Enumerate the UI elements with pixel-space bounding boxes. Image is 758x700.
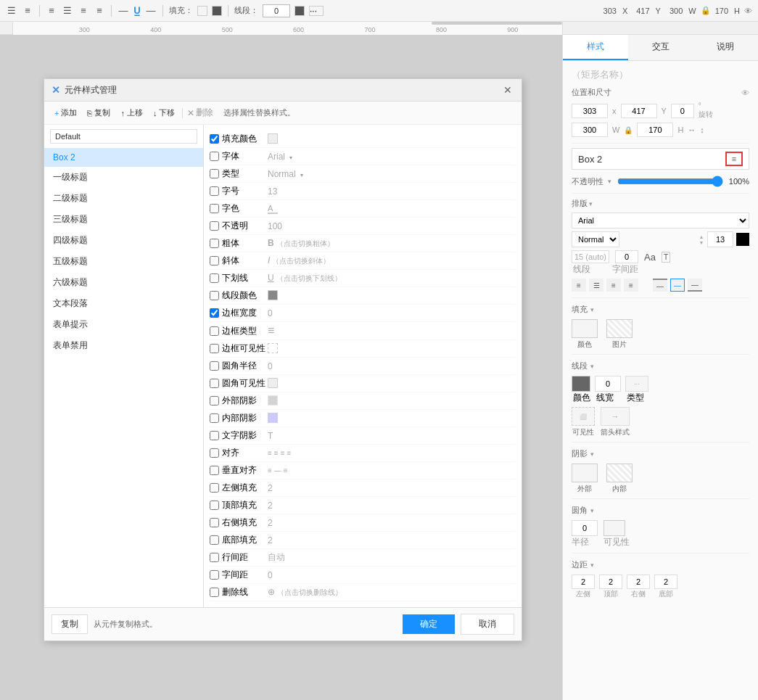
font-size-input[interactable] — [707, 231, 733, 247]
fill-img-box[interactable] — [606, 319, 633, 338]
align-left-btn[interactable]: ≡ — [572, 279, 586, 292]
move-up-button[interactable]: ↑ 上移 — [118, 106, 146, 120]
resize-icon-v[interactable]: ↕ — [700, 125, 704, 134]
add-style-button[interactable]: + 添加 — [52, 106, 80, 120]
style-item-2[interactable]: 二级标题 — [44, 188, 203, 209]
check-fill-color[interactable] — [210, 134, 219, 144]
icon-align-justify[interactable]: ≡ — [94, 5, 105, 17]
check-bold[interactable] — [210, 239, 219, 248]
style-item-5[interactable]: 五级标题 — [44, 251, 203, 272]
style-item-0[interactable]: Box 2 — [44, 148, 203, 167]
pos-x-input[interactable] — [572, 104, 608, 118]
style-item-1[interactable]: 一级标题 — [44, 167, 203, 188]
border-type-select[interactable]: ··· — [625, 376, 648, 392]
style-item-9[interactable]: 表单禁用 — [44, 335, 203, 356]
style-item-6[interactable]: 六级标题 — [44, 272, 203, 293]
check-char-spacing[interactable] — [210, 570, 219, 580]
valign-bot-btn[interactable]: — — [688, 279, 702, 292]
opacity-slider[interactable] — [617, 176, 723, 187]
eye-icon-pos[interactable]: 👁 — [741, 88, 749, 97]
check-text-shadow[interactable] — [210, 431, 219, 440]
pos-rot-input[interactable] — [671, 104, 694, 118]
tab-interact[interactable]: 交互 — [628, 35, 693, 60]
cancel-button[interactable]: 取消 — [461, 614, 514, 635]
check-corner-radius[interactable] — [210, 361, 219, 371]
style-item-4[interactable]: 四级标题 — [44, 230, 203, 251]
tab-style[interactable]: 样式 — [563, 35, 628, 60]
icon-align-center[interactable]: ☰ — [62, 5, 73, 17]
align-center-btn[interactable]: ☰ — [589, 279, 603, 292]
align-justify-btn[interactable]: ≡ — [624, 279, 638, 292]
check-font[interactable] — [210, 152, 219, 161]
strikethrough-icon[interactable]: ⊕ — [268, 587, 275, 597]
valign-mid-btn[interactable]: — — [670, 279, 685, 292]
resize-icon-h[interactable]: ↔ — [688, 125, 696, 134]
font-family-select[interactable]: Arial — [572, 213, 749, 228]
border-width-input[interactable] — [595, 376, 621, 392]
corner-vis-box[interactable] — [603, 520, 625, 536]
check-underline[interactable] — [210, 273, 219, 283]
check-fontsize[interactable] — [210, 186, 219, 196]
fill-color-empty[interactable] — [197, 6, 207, 16]
shadow-inner-box[interactable] — [606, 464, 633, 482]
fill-color-solid[interactable] — [212, 6, 222, 16]
border-color-swatch[interactable] — [572, 376, 590, 392]
confirm-button[interactable]: 确定 — [403, 614, 455, 634]
dialog-close-button[interactable]: ✕ — [501, 83, 514, 96]
italic-icon[interactable]: I — [268, 255, 270, 265]
icon-list[interactable]: ≡ — [22, 5, 33, 17]
check-padding-top[interactable] — [210, 501, 219, 510]
eye-icon[interactable]: 👁 — [744, 7, 752, 15]
tab-desc[interactable]: 说明 — [693, 35, 758, 60]
margin-left-input[interactable] — [572, 575, 595, 589]
check-line-color[interactable] — [210, 291, 219, 300]
line-height-input[interactable] — [572, 250, 609, 263]
border-type-box[interactable]: ··· — [309, 6, 324, 16]
canvas-area[interactable]: ✕ 元件样式管理 ✕ + 添加 ⎘ 复制 ↑ — [0, 35, 562, 700]
check-fontcolor[interactable] — [210, 204, 219, 213]
check-corner-vis[interactable] — [210, 379, 219, 388]
icon-align-left[interactable]: ≡ — [46, 5, 57, 17]
check-border-width[interactable] — [210, 308, 219, 318]
check-opacity[interactable] — [210, 221, 219, 231]
check-shadow-inner[interactable] — [210, 413, 219, 423]
bold-icon[interactable]: B — [268, 238, 274, 248]
style-item-8[interactable]: 表单提示 — [44, 314, 203, 335]
check-type[interactable] — [210, 169, 219, 178]
border-color-box[interactable] — [294, 6, 305, 16]
font-color-box[interactable] — [736, 233, 749, 246]
corner-radius-input[interactable] — [572, 520, 598, 536]
align-right-btn[interactable]: ≡ — [606, 279, 621, 292]
style-search[interactable] — [50, 129, 197, 144]
font-style-up[interactable]: ▲ — [699, 234, 704, 239]
underline-icon[interactable]: U — [268, 273, 274, 283]
delete-style-button[interactable]: ✕ 删除 — [187, 107, 213, 119]
font-dropdown-arrow[interactable]: ▾ — [287, 154, 294, 161]
shadow-outer-box[interactable] — [572, 464, 598, 482]
border-arrow-box[interactable]: → — [601, 407, 630, 426]
check-valign[interactable] — [210, 466, 219, 475]
check-align[interactable] — [210, 448, 219, 458]
copy-format-button[interactable]: 复制 — [52, 614, 88, 634]
icon-align-right[interactable]: ≡ — [78, 5, 89, 17]
comp-style-icon[interactable]: ≡ — [725, 152, 743, 166]
type-dropdown-arrow[interactable]: ▾ — [298, 171, 305, 178]
style-item-7[interactable]: 文本段落 — [44, 293, 203, 314]
size-w-input[interactable] — [572, 123, 608, 137]
char-space-input[interactable] — [615, 250, 638, 263]
move-down-button[interactable]: ↓ 下移 — [150, 106, 178, 120]
check-padding-right[interactable] — [210, 518, 219, 527]
margin-right-input[interactable] — [627, 575, 650, 589]
check-line-spacing[interactable] — [210, 553, 219, 562]
style-item-3[interactable]: 三级标题 — [44, 209, 203, 230]
line-color-swatch[interactable] — [268, 290, 278, 300]
check-italic[interactable] — [210, 256, 219, 265]
border-input[interactable] — [263, 4, 290, 17]
valign-top-btn[interactable]: — — [653, 279, 667, 292]
check-padding-left[interactable] — [210, 483, 219, 493]
check-border-vis[interactable] — [210, 344, 219, 353]
pos-y-input[interactable] — [621, 104, 657, 118]
icon-line[interactable]: — — [118, 5, 129, 17]
fill-color-swatch[interactable] — [268, 133, 278, 144]
copy-style-button[interactable]: ⎘ 复制 — [84, 106, 113, 120]
